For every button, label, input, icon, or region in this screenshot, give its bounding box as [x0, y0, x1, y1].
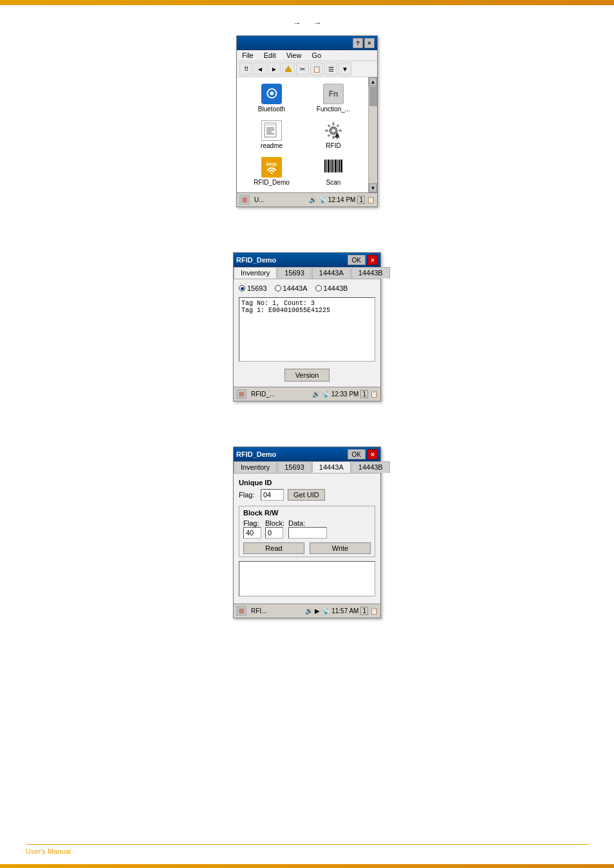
- file-scan-label: Scan: [326, 179, 341, 186]
- tab2-15693[interactable]: 15693: [277, 461, 312, 473]
- svg-rect-24: [330, 160, 331, 172]
- taskbar-time1: 12:14 PM: [328, 196, 356, 203]
- file-function[interactable]: Fn Function_...: [304, 82, 363, 114]
- radio-14443b-btn[interactable]: [315, 285, 322, 291]
- version-button[interactable]: Version: [284, 369, 330, 382]
- rfid-body-1: 15693 14443A 14443B Version: [234, 279, 380, 387]
- svg-rect-10: [333, 122, 335, 125]
- radio-14443b[interactable]: 14443B: [315, 284, 348, 292]
- svg-rect-12: [325, 130, 328, 132]
- radio-15693-btn[interactable]: [239, 285, 245, 291]
- close-button[interactable]: ×: [364, 38, 375, 48]
- tb-forward[interactable]: ►: [268, 62, 281, 75]
- scroll-up-btn[interactable]: ▲: [369, 77, 377, 86]
- file-scan[interactable]: Scan: [304, 156, 363, 187]
- tab2-14443b[interactable]: 14443B: [351, 461, 390, 473]
- taskbar-icon6: 📋: [370, 391, 378, 398]
- tab-15693[interactable]: 15693: [277, 267, 312, 279]
- menu-view[interactable]: View: [284, 51, 304, 60]
- file-explorer-titlebar: ? ×: [237, 36, 377, 50]
- taskbar-icon3: 📋: [367, 196, 375, 203]
- rfid-ok-btn-1[interactable]: OK: [348, 255, 366, 265]
- taskbar-app-3[interactable]: RFI...: [249, 607, 268, 615]
- file-bluetooth[interactable]: ⦿ Bluetooth: [242, 82, 301, 114]
- taskbar-num-2: 1: [360, 390, 368, 398]
- windows-flag-icon-3: ⊞: [239, 607, 244, 614]
- tb-dropdown[interactable]: ▼: [339, 62, 351, 75]
- radio-14443a-btn[interactable]: [275, 285, 281, 291]
- arrow2: →: [313, 18, 321, 28]
- block-rw-label: Block R/W: [243, 509, 371, 517]
- radio-15693[interactable]: 15693: [239, 284, 267, 292]
- file-readme[interactable]: readme: [242, 119, 301, 151]
- file-rfid[interactable]: RFID: [304, 119, 363, 151]
- tb-cut[interactable]: ✂: [296, 62, 309, 75]
- taskbar-icon9: 📡: [322, 607, 330, 614]
- taskbar-app-2[interactable]: RFID_...: [249, 390, 277, 398]
- rfid-title-1: RFID_Demo: [236, 256, 276, 264]
- file-grid: ⦿ Bluetooth Fn Function_...: [237, 77, 368, 192]
- windows-flag-icon-2: ⊞: [239, 391, 244, 398]
- taskbar-3: ⊞ RFI... 🔊 ▶ 📡 11:57 AM 1 📋: [234, 604, 380, 618]
- block-row: Flag: Block: Data:: [243, 519, 371, 539]
- svg-text:RFID: RFID: [266, 162, 277, 167]
- windows-flag-icon: ⊞: [242, 196, 247, 203]
- svg-rect-29: [339, 160, 340, 172]
- svg-rect-21: [324, 160, 326, 172]
- rfid-close-btn-1[interactable]: ×: [367, 255, 378, 265]
- arrow-row: → →: [26, 18, 588, 28]
- write-btn[interactable]: Write: [310, 542, 371, 554]
- svg-rect-15: [337, 124, 340, 127]
- scrollbar[interactable]: ▲ ▼: [368, 77, 377, 192]
- svg-rect-23: [328, 160, 330, 172]
- tb-up[interactable]: [282, 62, 295, 75]
- tb-view[interactable]: ☰: [324, 62, 337, 75]
- block-label: Block:: [265, 519, 284, 527]
- file-rfid-demo[interactable]: RFID RFID_Demo: [242, 156, 301, 187]
- taskbar-icon10: 📋: [370, 607, 378, 614]
- tab2-inventory[interactable]: Inventory: [234, 461, 277, 473]
- scan-icon: [323, 157, 344, 178]
- menu-go[interactable]: Go: [309, 51, 324, 60]
- tab2-14443a[interactable]: 14443A: [312, 461, 351, 473]
- menu-file[interactable]: File: [239, 51, 256, 60]
- get-uid-btn[interactable]: Get UID: [288, 489, 325, 501]
- start-button-2[interactable]: ⊞: [236, 389, 247, 399]
- help-button[interactable]: ?: [353, 38, 363, 48]
- menu-edit[interactable]: Edit: [261, 51, 279, 60]
- radio-15693-label: 15693: [247, 284, 267, 292]
- scroll-down-btn[interactable]: ▼: [369, 183, 377, 192]
- rfid-output-1[interactable]: [239, 297, 375, 362]
- svg-point-20: [271, 172, 273, 174]
- data-input[interactable]: [288, 527, 327, 539]
- rfid-titlebar-2: RFID_Demo OK ×: [234, 447, 380, 461]
- tab-inventory[interactable]: Inventory: [234, 267, 277, 279]
- rfid-tabs-1: Inventory 15693 14443A 14443B: [234, 267, 380, 279]
- svg-rect-25: [331, 160, 333, 172]
- taskbar-app[interactable]: U...: [252, 196, 266, 204]
- read-btn[interactable]: Read: [243, 542, 304, 554]
- file-bluetooth-label: Bluetooth: [258, 106, 285, 113]
- readme-icon: [261, 120, 282, 141]
- rfid-output-2[interactable]: [239, 561, 375, 596]
- taskbar-icon7: 🔊: [305, 607, 313, 614]
- radio-14443a-label: 14443A: [283, 284, 308, 292]
- rfid-close-btn-2[interactable]: ×: [367, 449, 378, 459]
- taskbar-num: 1: [357, 196, 365, 204]
- tb-back[interactable]: ◄: [254, 62, 266, 75]
- rfid-ok-btn-2[interactable]: OK: [348, 449, 366, 459]
- start-button-3[interactable]: ⊞: [236, 606, 247, 616]
- svg-rect-26: [333, 160, 334, 172]
- block-input[interactable]: [265, 527, 283, 539]
- tb-copy[interactable]: 📋: [310, 62, 323, 75]
- data-label: Data:: [288, 519, 371, 527]
- flag-input[interactable]: [261, 489, 284, 501]
- start-button[interactable]: ⊞: [239, 195, 250, 205]
- tab-14443b[interactable]: 14443B: [351, 267, 390, 279]
- taskbar-2: ⊞ RFID_... 🔊 📡 12:33 PM 1 📋: [234, 387, 380, 401]
- radio-14443a[interactable]: 14443A: [275, 284, 308, 292]
- file-rfid-label: RFID: [326, 142, 340, 149]
- block-flag-input[interactable]: [243, 527, 261, 539]
- tab-14443a[interactable]: 14443A: [312, 267, 351, 279]
- svg-rect-13: [339, 130, 342, 132]
